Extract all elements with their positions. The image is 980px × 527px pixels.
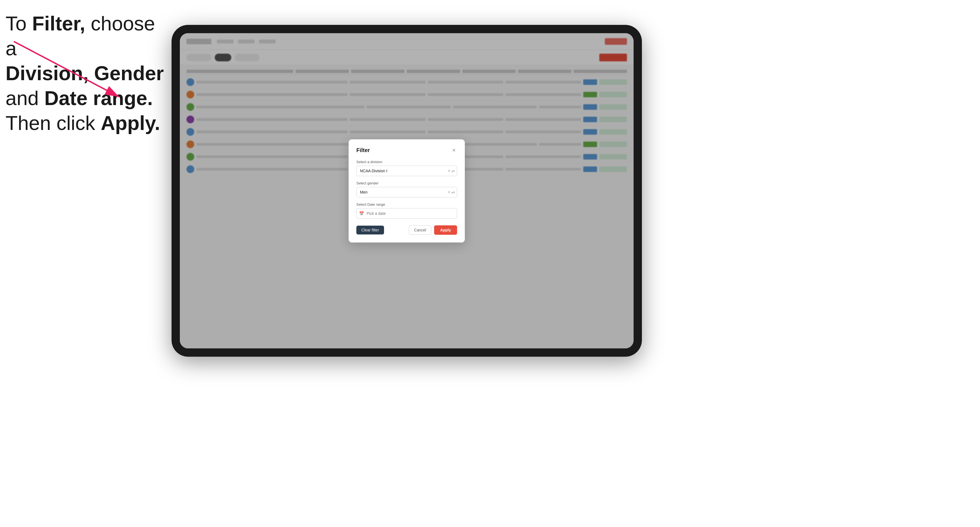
division-label: Select a division: [356, 160, 457, 164]
apply-button[interactable]: Apply: [434, 225, 457, 235]
tablet-screen: Filter ✕ Select a division NCAA Division…: [180, 33, 633, 348]
modal-close-button[interactable]: ✕: [450, 147, 457, 154]
division-gender-bold: Division, Gender: [6, 62, 164, 84]
filter-modal: Filter ✕ Select a division NCAA Division…: [348, 139, 465, 243]
cancel-button[interactable]: Cancel: [409, 225, 432, 235]
division-select-wrapper: NCAA Division I ✕ ▴▾: [356, 166, 457, 176]
filter-bold: Filter,: [32, 13, 85, 35]
instruction-block: To Filter, choose a Division, Gender and…: [6, 11, 166, 135]
gender-select[interactable]: Men: [356, 187, 457, 197]
modal-footer: Clear filter Cancel Apply: [356, 225, 457, 235]
date-range-input[interactable]: [356, 208, 457, 219]
date-range-bold: Date range.: [44, 87, 153, 109]
date-range-label: Select Date range: [356, 202, 457, 206]
modal-overlay: Filter ✕ Select a division NCAA Division…: [180, 33, 633, 348]
gender-form-group: Select gender Men ✕ ▴▾: [356, 181, 457, 197]
clear-filter-button[interactable]: Clear filter: [356, 225, 384, 235]
tablet-device: Filter ✕ Select a division NCAA Division…: [172, 25, 642, 357]
division-form-group: Select a division NCAA Division I ✕ ▴▾: [356, 160, 457, 176]
modal-title: Filter: [356, 147, 370, 154]
modal-footer-actions: Cancel Apply: [409, 225, 457, 235]
division-clear-icon[interactable]: ✕: [448, 169, 450, 173]
date-input-wrapper: 📅: [356, 208, 457, 219]
gender-label: Select gender: [356, 181, 457, 185]
gender-select-wrapper: Men ✕ ▴▾: [356, 187, 457, 197]
apply-bold: Apply.: [101, 112, 160, 134]
calendar-icon: 📅: [359, 211, 364, 216]
modal-header: Filter ✕: [356, 147, 457, 154]
date-range-form-group: Select Date range 📅: [356, 202, 457, 219]
gender-clear-icon[interactable]: ✕: [448, 190, 450, 194]
division-select[interactable]: NCAA Division I: [356, 166, 457, 176]
